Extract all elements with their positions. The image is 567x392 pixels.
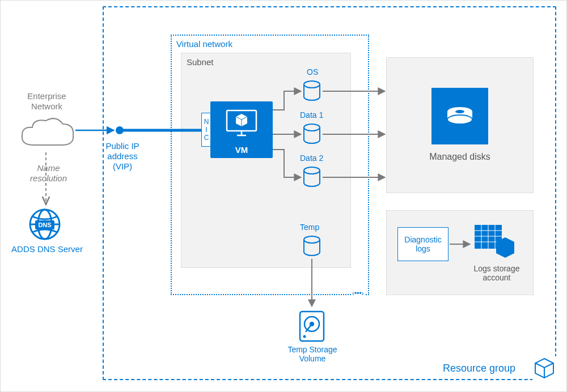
- virtual-network-label: Virtual network: [176, 39, 232, 49]
- svg-point-11: [304, 236, 320, 243]
- data1-disk-label: Data 1: [300, 110, 323, 120]
- enterprise-network-label: Enterprise Network: [20, 91, 74, 112]
- logs-storage-icon: [471, 221, 517, 261]
- vm-label: VM: [235, 145, 248, 155]
- svg-point-9: [304, 124, 320, 131]
- svg-text:DNS: DNS: [38, 221, 51, 228]
- subnet-box: [181, 53, 351, 268]
- dns-globe-icon: DNS: [28, 207, 62, 241]
- cloud-icon: [16, 114, 79, 154]
- temp-disk-icon: [302, 235, 321, 258]
- resource-group-label: Resource group: [443, 363, 515, 374]
- public-ip-label: Public IP address (VIP): [100, 141, 145, 172]
- subnet-label: Subnet: [187, 57, 214, 67]
- temp-storage-volume-icon: [298, 309, 326, 343]
- diagnostic-logs-label: Diagnostic logs: [398, 235, 448, 253]
- diagram-canvas: Resource group Virtual network Subnet NI…: [0, 0, 567, 392]
- nic-label: NIC: [202, 118, 210, 142]
- managed-disks-icon: [431, 88, 488, 144]
- managed-disks-label: Managed disks: [429, 151, 490, 162]
- resource-group-cube-icon: [532, 356, 556, 380]
- dns-server-label: ADDS DNS Server: [7, 244, 87, 254]
- svg-point-10: [304, 167, 320, 174]
- os-disk-icon: [302, 80, 321, 103]
- vm-box: VM: [210, 101, 273, 158]
- data2-disk-label: Data 2: [300, 154, 323, 163]
- diagnostic-logs-box: Diagnostic logs: [397, 227, 448, 261]
- svg-point-14: [455, 110, 464, 113]
- temp-disk-label: Temp: [300, 223, 319, 232]
- managed-disks-box: Managed disks: [386, 57, 534, 193]
- data2-disk-icon: [302, 166, 321, 189]
- vnet-peering-icon: ‹•••›: [351, 289, 365, 297]
- public-ip-dot-icon: [116, 126, 124, 134]
- svg-point-33: [303, 335, 306, 338]
- name-resolution-label: Name resolution: [24, 163, 73, 184]
- data1-disk-icon: [302, 123, 321, 146]
- temp-storage-volume-label: Temp Storage Volume: [284, 345, 341, 363]
- os-disk-label: OS: [307, 67, 318, 76]
- monitor-cube-icon: [225, 108, 259, 139]
- svg-point-8: [304, 81, 320, 88]
- logs-storage-label: Logs storage account: [466, 264, 528, 282]
